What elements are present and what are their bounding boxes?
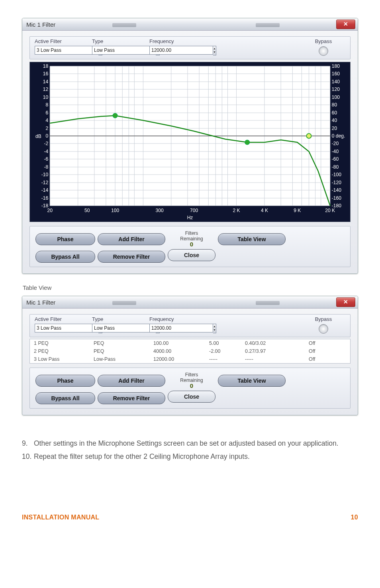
svg-text:140: 140 [332, 79, 340, 85]
svg-text:18: 18 [43, 63, 49, 69]
list-item: 10. Repeat the filter setup for the othe… [22, 452, 358, 462]
svg-text:-4: -4 [44, 149, 49, 154]
svg-text:-40: -40 [332, 149, 339, 154]
top-controls: Active Filter Type Frequency Bypass ▼ ▼ … [29, 314, 351, 337]
svg-text:-16: -16 [41, 195, 49, 201]
svg-text:180: 180 [332, 63, 340, 69]
svg-text:80: 80 [332, 102, 337, 108]
svg-text:-60: -60 [332, 156, 339, 162]
svg-text:16: 16 [43, 71, 49, 77]
svg-point-46 [113, 113, 118, 118]
bypass-label: Bypass [302, 38, 345, 44]
filters-remaining: Filters Remaining 0 [168, 372, 215, 389]
phase-button[interactable]: Phase [35, 375, 95, 387]
svg-text:9 K: 9 K [294, 208, 301, 213]
bypass-toggle[interactable] [319, 46, 328, 56]
add-filter-button[interactable]: Add Filter [98, 375, 165, 387]
remove-filter-button[interactable]: Remove Filter [98, 392, 165, 404]
titlebar[interactable]: Mic 1 Filter ✕ [22, 18, 358, 31]
svg-text:-2: -2 [44, 141, 49, 146]
titlebar[interactable]: Mic 1 Filter ✕ [22, 296, 358, 309]
bypass-label: Bypass [302, 316, 345, 322]
frequency-spinner[interactable]: ▲▼ [149, 324, 189, 333]
table-view-button[interactable]: Table View [218, 233, 286, 245]
svg-text:20: 20 [332, 126, 337, 131]
type-select[interactable]: ▼ [92, 324, 140, 333]
svg-text:40: 40 [332, 118, 337, 123]
svg-text:-10: -10 [41, 172, 49, 177]
svg-text:100: 100 [111, 208, 119, 213]
svg-text:-6: -6 [44, 156, 49, 162]
svg-text:50: 50 [84, 208, 90, 213]
frequency-label: Frequency [149, 316, 205, 322]
svg-text:-12: -12 [41, 180, 49, 185]
type-label: Type [92, 316, 148, 322]
svg-text:300: 300 [156, 208, 164, 213]
filter-dialog-table: Mic 1 Filter ✕ Active Filter Type Freque… [22, 296, 358, 415]
table-view-heading: Table View [23, 284, 358, 291]
active-filter-label: Active Filter [35, 316, 90, 322]
window-title: Mic 1 Filter [26, 21, 55, 28]
active-filter-label: Active Filter [35, 38, 90, 44]
add-filter-button[interactable]: Add Filter [98, 233, 165, 245]
spinner-buttons[interactable]: ▲▼ [213, 46, 216, 55]
svg-text:60: 60 [332, 110, 337, 116]
svg-text:-120: -120 [332, 180, 341, 185]
svg-text:20 K: 20 K [325, 208, 335, 213]
bypass-all-button[interactable]: Bypass All [35, 251, 95, 263]
svg-text:-8: -8 [44, 164, 49, 170]
svg-text:0: 0 [46, 133, 49, 139]
close-icon[interactable]: ✕ [336, 20, 355, 29]
svg-text:2: 2 [46, 126, 49, 131]
table-row[interactable]: 1 PEQPEQ100.005.000.40/3.02Off [30, 339, 350, 347]
svg-text:-20: -20 [332, 141, 339, 146]
svg-text:-140: -140 [332, 187, 341, 193]
footer-controls: Phase Add Filter Filters Remaining 0 Tab… [29, 368, 351, 409]
svg-text:12: 12 [43, 87, 49, 92]
spinner-buttons[interactable]: ▲▼ [213, 324, 216, 333]
table-row[interactable]: 2 PEQPEQ4000.00-2.000.27/3.97Off [30, 347, 350, 355]
svg-text:-80: -80 [332, 164, 339, 170]
svg-text:0 deg.: 0 deg. [332, 133, 345, 139]
bypass-all-button[interactable]: Bypass All [35, 392, 95, 404]
svg-text:Hz: Hz [187, 215, 193, 220]
frequency-spinner[interactable]: ▲▼ [149, 46, 189, 55]
svg-text:20: 20 [47, 208, 53, 213]
filters-remaining: Filters Remaining 0 [168, 230, 215, 248]
frequency-label: Frequency [149, 38, 205, 44]
svg-text:120: 120 [332, 87, 340, 92]
footer-title: INSTALLATION MANUAL [22, 514, 99, 521]
svg-text:8: 8 [46, 102, 49, 108]
filter-table: 1 PEQPEQ100.005.000.40/3.02Off2 PEQPEQ40… [29, 339, 351, 364]
phase-button[interactable]: Phase [35, 233, 95, 245]
svg-text:6: 6 [46, 110, 49, 116]
remove-filter-button[interactable]: Remove Filter [98, 251, 165, 263]
svg-point-47 [245, 140, 250, 145]
page-number: 10 [351, 514, 358, 521]
footer-controls: Phase Add Filter Filters Remaining 0 Tab… [29, 226, 351, 267]
svg-text:100: 100 [332, 94, 340, 100]
svg-text:700: 700 [190, 208, 198, 213]
close-button[interactable]: Close [168, 391, 215, 403]
filter-dialog-graph: Mic 1 Filter ✕ Active Filter Type Freque… [22, 18, 358, 274]
type-select[interactable]: ▼ [92, 46, 140, 55]
top-controls: Active Filter Type Frequency Bypass ▼ ▼ [29, 36, 351, 59]
table-row[interactable]: 3 Low PassLow-Pass12000.00----------Off [30, 355, 350, 363]
list-item: 9. Other settings in the Microphone Sett… [22, 439, 358, 448]
svg-text:4 K: 4 K [261, 208, 268, 213]
type-label: Type [92, 38, 148, 44]
svg-text:14: 14 [43, 79, 49, 85]
close-icon[interactable]: ✕ [336, 297, 355, 307]
bypass-toggle[interactable] [319, 324, 328, 334]
svg-point-48 [306, 134, 311, 138]
close-button[interactable]: Close [168, 249, 215, 261]
svg-text:10: 10 [43, 94, 49, 100]
active-filter-select[interactable]: ▼ [35, 324, 82, 333]
window-title: Mic 1 Filter [26, 299, 55, 306]
svg-text:160: 160 [332, 71, 340, 77]
svg-text:dB: dB [35, 134, 41, 139]
active-filter-select[interactable]: ▼ [35, 46, 82, 55]
svg-text:2 K: 2 K [233, 208, 240, 213]
table-view-button[interactable]: Table View [218, 375, 286, 387]
filter-graph[interactable]: 181614 12108 642 0-2-4 -6-8-10 -12-14-16… [29, 62, 351, 222]
